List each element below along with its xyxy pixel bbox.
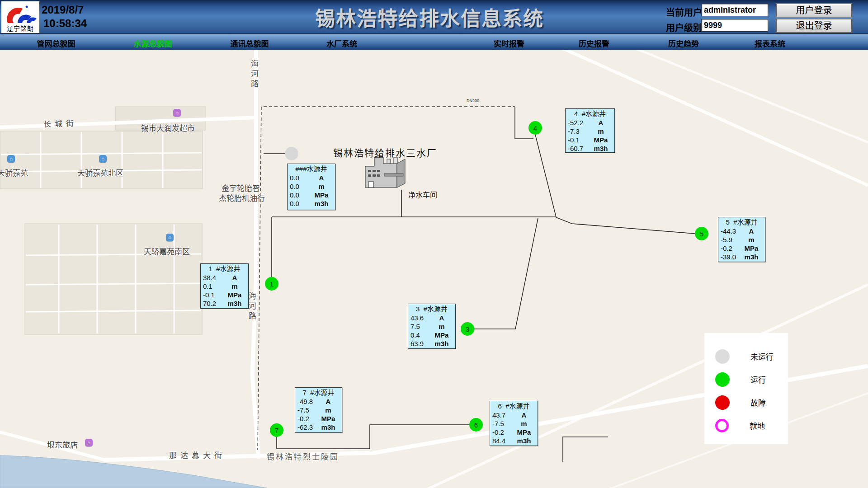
well-value: 0.1 bbox=[201, 282, 222, 291]
hotel-poi-icon: ⌂ bbox=[85, 439, 93, 446]
map-label-nadamu-street: 那达慕大街 bbox=[169, 449, 226, 460]
logout-button[interactable]: 退出登录 bbox=[776, 19, 852, 33]
well-box-5[interactable]: 5 #水源井 -44.3A -5.9m -0.2MPa -39.0m3h bbox=[718, 217, 765, 262]
well-marker-3[interactable]: 3 bbox=[461, 322, 474, 336]
well-box-4[interactable]: 4 #水源井 -52.2A -7.3m -0.1MPa -60.7m3h bbox=[565, 108, 615, 153]
well-unit: m3h bbox=[309, 199, 334, 208]
legend-swatch-unrun bbox=[715, 349, 730, 364]
well-value: -0.1 bbox=[201, 291, 222, 299]
current-time: 10:58:34 bbox=[43, 17, 87, 30]
map-label-martyrs-cemetery: 锡林浩特烈士陵园 bbox=[267, 450, 339, 462]
tab-history-trend[interactable]: 历史趋势 bbox=[668, 38, 699, 49]
legend-item-local: 就地 bbox=[704, 414, 788, 437]
legend-label: 就地 bbox=[750, 420, 765, 431]
well-unit: MPa bbox=[222, 291, 247, 299]
well-title: 1 #水源井 bbox=[201, 264, 248, 273]
company-logo: 辽宁铭朗 bbox=[1, 1, 39, 33]
well-value: 63.9 bbox=[408, 339, 429, 348]
well-unit: A bbox=[429, 314, 454, 322]
well-value: 43.6 bbox=[408, 314, 429, 322]
well-unit: m bbox=[316, 406, 341, 414]
map-label-supermarket: 锡市大润发超市 bbox=[141, 122, 195, 133]
map-label-tianjiao-south: 天骄嘉苑南区 bbox=[144, 245, 190, 257]
well-marker-1[interactable]: 1 bbox=[265, 277, 278, 291]
well-value: -0.1 bbox=[566, 136, 588, 144]
well-unit: MPa bbox=[511, 428, 537, 436]
legend-item-fault: 故障 bbox=[704, 391, 788, 414]
well-marker-5[interactable]: 5 bbox=[695, 227, 708, 240]
system-title: 锡林浩特给排水信息系统 bbox=[253, 3, 606, 32]
well-value: -0.2 bbox=[295, 414, 316, 423]
well-value: 84.4 bbox=[490, 436, 511, 445]
well-box-6[interactable]: 6 #水源井 43.7A -7.5m -0.2MPa 84.4m3h bbox=[490, 401, 538, 446]
well-unit: A bbox=[739, 227, 764, 235]
map-canvas[interactable]: 海河路 长城街 锡市大润发超市 天骄嘉苑 天骄嘉苑北区 金宇轮胎智 杰轮胎机油行… bbox=[0, 50, 868, 488]
well-value: -5.9 bbox=[718, 235, 739, 244]
login-button[interactable]: 用户登录 bbox=[776, 4, 852, 17]
well-box-7[interactable]: 7 #水源井 -49.8A -7.5m -0.2MPa -62.3m3h bbox=[295, 387, 342, 433]
well-value: -52.2 bbox=[566, 118, 588, 127]
map-label-yindong-hotel: 垠东旅店 bbox=[47, 439, 78, 450]
tab-report-system[interactable]: 报表系统 bbox=[755, 38, 785, 49]
tab-history-alarm[interactable]: 历史报警 bbox=[579, 38, 609, 49]
well-title: 5 #水源井 bbox=[718, 218, 765, 227]
well-marker-4[interactable]: 4 bbox=[528, 121, 542, 135]
map-label-tianjiao-north: 天骄嘉苑北区 bbox=[77, 167, 123, 178]
well-unit: m bbox=[739, 235, 764, 244]
well-title: 3 #水源井 bbox=[408, 305, 455, 314]
legend-swatch-fault bbox=[715, 395, 730, 410]
well-value: 0.4 bbox=[408, 331, 429, 339]
tab-realtime-alarm[interactable]: 实时报警 bbox=[494, 38, 524, 49]
status-legend: 未运行 运行 故障 就地 bbox=[704, 333, 788, 444]
tab-pipe-network-overview[interactable]: 管网总貌图 bbox=[37, 38, 75, 49]
well-value: 0.0 bbox=[288, 199, 309, 208]
well-unit: m3h bbox=[316, 423, 341, 432]
tab-water-source-overview[interactable]: 水源总貌图 bbox=[134, 38, 172, 49]
well-value: 38.4 bbox=[201, 273, 222, 282]
well-value: -62.3 bbox=[295, 423, 316, 432]
well-value: -49.8 bbox=[295, 397, 316, 406]
plant-room-label: 净水车间 bbox=[408, 189, 437, 200]
legend-item-unrun: 未运行 bbox=[704, 345, 788, 368]
residential-poi-icon: ⌂ bbox=[7, 155, 15, 163]
well-box-1[interactable]: 1 #水源井 38.4A 0.1m -0.1MPa 70.2m3h bbox=[200, 263, 249, 309]
tab-communication-overview[interactable]: 通讯总貌图 bbox=[231, 38, 269, 49]
well-unit: m3h bbox=[222, 299, 247, 308]
map-label-changcheng-street: 长城街 bbox=[43, 117, 78, 130]
well-title: 7 #水源井 bbox=[295, 388, 342, 397]
well-value: -0.2 bbox=[490, 428, 511, 436]
well-unit: A bbox=[511, 411, 537, 419]
tab-water-plant-system[interactable]: 水厂系统 bbox=[326, 38, 357, 49]
well-unit: m3h bbox=[429, 339, 454, 348]
residential-block-south bbox=[25, 224, 202, 334]
current-user-field[interactable]: administrator bbox=[701, 4, 768, 16]
well-marker-7[interactable]: 7 bbox=[270, 423, 283, 437]
well-value: -7.5 bbox=[295, 406, 316, 414]
well-value: 0.0 bbox=[288, 174, 309, 182]
well-unit: m bbox=[309, 182, 334, 191]
legend-label: 未运行 bbox=[750, 351, 774, 362]
legend-label: 运行 bbox=[750, 374, 766, 385]
well-unit: A bbox=[309, 174, 334, 182]
well-value: -44.3 bbox=[718, 227, 739, 235]
scada-application: 辽宁铭朗 2019/8/7 10:58:34 锡林浩特给排水信息系统 当前用户 … bbox=[0, 0, 868, 488]
well-unit: m3h bbox=[739, 253, 764, 261]
residential-north-poi-icon: ⌂ bbox=[99, 155, 107, 163]
well-unit: m bbox=[222, 282, 247, 291]
user-level-field[interactable]: 9999 bbox=[701, 19, 768, 32]
well-marker-6[interactable]: 6 bbox=[469, 418, 483, 432]
well-value: -0.2 bbox=[718, 244, 739, 253]
well-value: 0.0 bbox=[288, 182, 309, 191]
well-box-3[interactable]: 3 #水源井 43.6A 7.5m 0.4MPa 63.9m3h bbox=[408, 304, 456, 349]
well-box-unrun[interactable]: ###水源井 0.0A 0.0m 0.0MPa 0.0m3h bbox=[287, 164, 335, 210]
well-unit: m bbox=[429, 322, 454, 331]
well-marker-unrun[interactable] bbox=[285, 147, 298, 160]
user-level-label: 用户级别 bbox=[666, 21, 702, 34]
well-unit: MPa bbox=[739, 244, 764, 253]
well-unit: m bbox=[511, 419, 537, 428]
well-unit: MPa bbox=[588, 136, 613, 144]
main-nav: 管网总貌图 水源总貌图 通讯总貌图 水厂系统 实时报警 历史报警 历史趋势 报表… bbox=[0, 34, 868, 50]
well-title: 4 #水源井 bbox=[566, 109, 614, 118]
well-value: -7.5 bbox=[490, 419, 511, 428]
well-title: 6 #水源井 bbox=[490, 402, 538, 411]
